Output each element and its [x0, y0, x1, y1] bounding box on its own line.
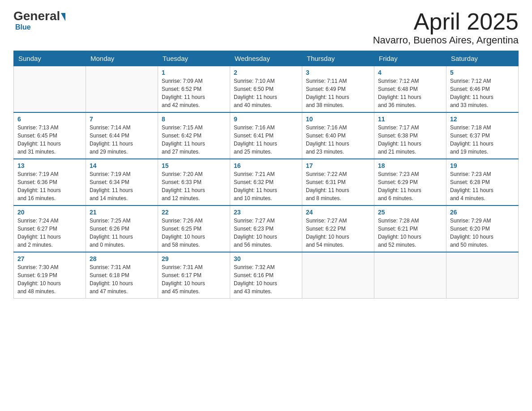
table-row: [446, 252, 519, 299]
col-monday: Monday: [86, 51, 158, 66]
col-friday: Friday: [374, 51, 446, 66]
day-number: 9: [234, 116, 298, 123]
title-block: April 2025 Navarro, Buenos Aires, Argent…: [373, 9, 519, 46]
calendar-week-row: 13Sunrise: 7:19 AMSunset: 6:36 PMDayligh…: [14, 159, 519, 206]
day-number: 19: [450, 162, 515, 169]
table-row: 1Sunrise: 7:09 AMSunset: 6:52 PMDaylight…: [158, 66, 230, 113]
month-year-title: April 2025: [373, 9, 519, 34]
day-number: 21: [90, 209, 154, 216]
day-number: 4: [378, 69, 442, 76]
day-number: 16: [234, 162, 298, 169]
table-row: 27Sunrise: 7:30 AMSunset: 6:19 PMDayligh…: [14, 252, 86, 299]
calendar-week-row: 6Sunrise: 7:13 AMSunset: 6:45 PMDaylight…: [14, 112, 519, 159]
calendar-header-row: Sunday Monday Tuesday Wednesday Thursday…: [14, 51, 519, 66]
day-info: Sunrise: 7:23 AMSunset: 6:29 PMDaylight:…: [378, 170, 442, 202]
day-info: Sunrise: 7:19 AMSunset: 6:34 PMDaylight:…: [90, 170, 154, 202]
day-info: Sunrise: 7:14 AMSunset: 6:44 PMDaylight:…: [90, 124, 154, 156]
day-number: 25: [378, 209, 442, 216]
day-number: 29: [162, 255, 226, 262]
table-row: 22Sunrise: 7:26 AMSunset: 6:25 PMDayligh…: [158, 206, 230, 252]
day-info: Sunrise: 7:28 AMSunset: 6:21 PMDaylight:…: [378, 217, 442, 249]
table-row: 13Sunrise: 7:19 AMSunset: 6:36 PMDayligh…: [14, 159, 86, 206]
day-number: 8: [162, 116, 226, 123]
day-number: 2: [234, 69, 298, 76]
table-row: 5Sunrise: 7:12 AMSunset: 6:46 PMDaylight…: [446, 66, 519, 113]
table-row: 2Sunrise: 7:10 AMSunset: 6:50 PMDaylight…: [230, 66, 302, 113]
day-number: 18: [378, 162, 442, 169]
calendar-week-row: 20Sunrise: 7:24 AMSunset: 6:27 PMDayligh…: [14, 206, 519, 252]
col-thursday: Thursday: [302, 51, 374, 66]
table-row: 16Sunrise: 7:21 AMSunset: 6:32 PMDayligh…: [230, 159, 302, 206]
day-number: 26: [450, 209, 515, 216]
day-number: 13: [17, 162, 82, 169]
table-row: 24Sunrise: 7:27 AMSunset: 6:22 PMDayligh…: [302, 206, 374, 252]
table-row: 19Sunrise: 7:23 AMSunset: 6:28 PMDayligh…: [446, 159, 519, 206]
calendar-table: Sunday Monday Tuesday Wednesday Thursday…: [13, 51, 519, 299]
table-row: 30Sunrise: 7:32 AMSunset: 6:16 PMDayligh…: [230, 252, 302, 299]
day-info: Sunrise: 7:15 AMSunset: 6:42 PMDaylight:…: [162, 124, 226, 156]
table-row: 3Sunrise: 7:11 AMSunset: 6:49 PMDaylight…: [302, 66, 374, 113]
col-wednesday: Wednesday: [230, 51, 302, 66]
day-number: 15: [162, 162, 226, 169]
day-info: Sunrise: 7:22 AMSunset: 6:31 PMDaylight:…: [306, 170, 370, 202]
day-info: Sunrise: 7:19 AMSunset: 6:36 PMDaylight:…: [17, 170, 82, 202]
table-row: 8Sunrise: 7:15 AMSunset: 6:42 PMDaylight…: [158, 112, 230, 159]
table-row: 10Sunrise: 7:16 AMSunset: 6:40 PMDayligh…: [302, 112, 374, 159]
table-row: 26Sunrise: 7:29 AMSunset: 6:20 PMDayligh…: [446, 206, 519, 252]
logo-arrow-icon: [61, 13, 65, 21]
day-number: 12: [450, 116, 515, 123]
day-number: 7: [90, 116, 154, 123]
page-header: General Blue April 2025 Navarro, Buenos …: [13, 9, 519, 46]
day-info: Sunrise: 7:31 AMSunset: 6:18 PMDaylight:…: [90, 263, 154, 295]
table-row: 18Sunrise: 7:23 AMSunset: 6:29 PMDayligh…: [374, 159, 446, 206]
table-row: [14, 66, 86, 113]
day-number: 14: [90, 162, 154, 169]
col-saturday: Saturday: [446, 51, 519, 66]
day-info: Sunrise: 7:32 AMSunset: 6:16 PMDaylight:…: [234, 263, 298, 295]
day-info: Sunrise: 7:16 AMSunset: 6:41 PMDaylight:…: [234, 124, 298, 156]
day-info: Sunrise: 7:23 AMSunset: 6:28 PMDaylight:…: [450, 170, 515, 202]
day-number: 10: [306, 116, 370, 123]
day-info: Sunrise: 7:16 AMSunset: 6:40 PMDaylight:…: [306, 124, 370, 156]
table-row: [374, 252, 446, 299]
day-info: Sunrise: 7:31 AMSunset: 6:17 PMDaylight:…: [162, 263, 226, 295]
logo-general-text: General: [13, 9, 60, 23]
day-number: 20: [17, 209, 82, 216]
table-row: 9Sunrise: 7:16 AMSunset: 6:41 PMDaylight…: [230, 112, 302, 159]
day-info: Sunrise: 7:11 AMSunset: 6:49 PMDaylight:…: [306, 77, 370, 109]
day-number: 23: [234, 209, 298, 216]
calendar-week-row: 1Sunrise: 7:09 AMSunset: 6:52 PMDaylight…: [14, 66, 519, 113]
table-row: 17Sunrise: 7:22 AMSunset: 6:31 PMDayligh…: [302, 159, 374, 206]
logo-blue-text: Blue: [15, 23, 31, 31]
table-row: 12Sunrise: 7:18 AMSunset: 6:37 PMDayligh…: [446, 112, 519, 159]
day-info: Sunrise: 7:20 AMSunset: 6:33 PMDaylight:…: [162, 170, 226, 202]
logo: General Blue: [13, 9, 65, 31]
table-row: 6Sunrise: 7:13 AMSunset: 6:45 PMDaylight…: [14, 112, 86, 159]
table-row: 21Sunrise: 7:25 AMSunset: 6:26 PMDayligh…: [86, 206, 158, 252]
day-number: 6: [17, 116, 82, 123]
location-subtitle: Navarro, Buenos Aires, Argentina: [373, 34, 519, 46]
day-info: Sunrise: 7:24 AMSunset: 6:27 PMDaylight:…: [17, 217, 82, 249]
day-number: 5: [450, 69, 515, 76]
table-row: [302, 252, 374, 299]
day-number: 1: [162, 69, 226, 76]
day-info: Sunrise: 7:13 AMSunset: 6:45 PMDaylight:…: [17, 124, 82, 156]
table-row: 25Sunrise: 7:28 AMSunset: 6:21 PMDayligh…: [374, 206, 446, 252]
table-row: 7Sunrise: 7:14 AMSunset: 6:44 PMDaylight…: [86, 112, 158, 159]
day-number: 3: [306, 69, 370, 76]
day-number: 11: [378, 116, 442, 123]
table-row: 4Sunrise: 7:12 AMSunset: 6:48 PMDaylight…: [374, 66, 446, 113]
day-info: Sunrise: 7:21 AMSunset: 6:32 PMDaylight:…: [234, 170, 298, 202]
day-number: 17: [306, 162, 370, 169]
day-info: Sunrise: 7:25 AMSunset: 6:26 PMDaylight:…: [90, 217, 154, 249]
table-row: 15Sunrise: 7:20 AMSunset: 6:33 PMDayligh…: [158, 159, 230, 206]
day-info: Sunrise: 7:29 AMSunset: 6:20 PMDaylight:…: [450, 217, 515, 249]
day-number: 30: [234, 255, 298, 262]
day-info: Sunrise: 7:09 AMSunset: 6:52 PMDaylight:…: [162, 77, 226, 109]
table-row: 28Sunrise: 7:31 AMSunset: 6:18 PMDayligh…: [86, 252, 158, 299]
day-info: Sunrise: 7:12 AMSunset: 6:46 PMDaylight:…: [450, 77, 515, 109]
col-tuesday: Tuesday: [158, 51, 230, 66]
day-info: Sunrise: 7:27 AMSunset: 6:22 PMDaylight:…: [306, 217, 370, 249]
table-row: 20Sunrise: 7:24 AMSunset: 6:27 PMDayligh…: [14, 206, 86, 252]
day-info: Sunrise: 7:12 AMSunset: 6:48 PMDaylight:…: [378, 77, 442, 109]
